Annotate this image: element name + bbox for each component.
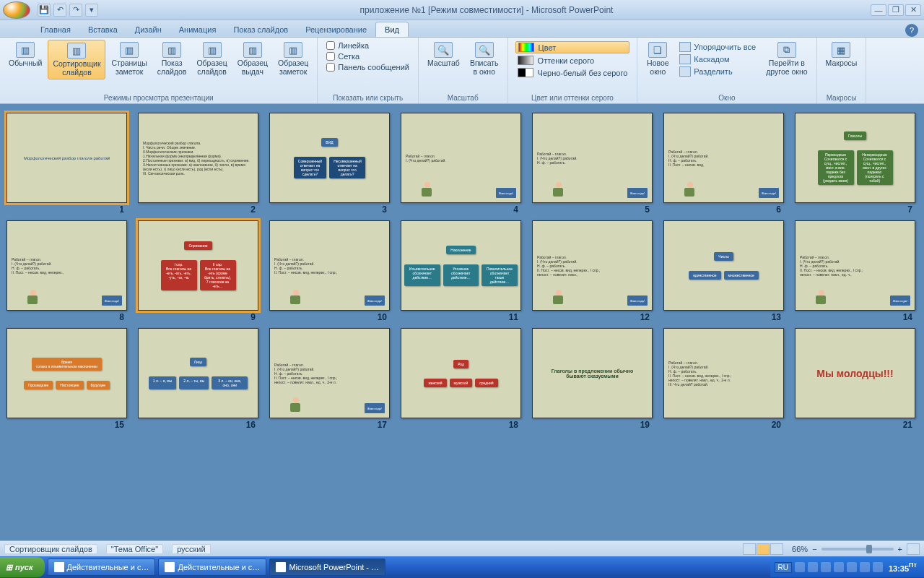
maximize-button[interactable]: ❐	[888, 4, 904, 16]
color-swatch-icon	[518, 43, 534, 52]
slide-thumbnail[interactable]: НаклонениеИзъявительное обозначает дейст…	[401, 220, 521, 311]
slide-thumbnail[interactable]: Работай – глагол. I. (Что делай?) работа…	[401, 113, 521, 203]
zoom-slider-thumb[interactable]	[866, 545, 872, 553]
slide-thumbnail[interactable]: Время только в изъявительном наклоненииП…	[6, 328, 127, 418]
tab-вставка[interactable]: Вставка	[79, 22, 126, 37]
tab-главная[interactable]: Главная	[32, 22, 79, 37]
color-mode-item[interactable]: Черно-белый без серого	[515, 67, 630, 78]
checkbox[interactable]	[326, 41, 335, 50]
minimize-button[interactable]: —	[871, 4, 886, 16]
checkbox[interactable]	[326, 52, 335, 61]
tab-показ слайдов[interactable]: Показ слайдов	[225, 22, 297, 37]
slide-thumbnail[interactable]: Мы молодцы!!!	[795, 328, 915, 418]
slide-body-text: Работай – глагол. I. (Что делай?) работа…	[667, 359, 780, 388]
color-mode-item[interactable]: Цвет	[515, 41, 630, 53]
clock[interactable]: 13:35Пт	[886, 561, 920, 574]
view-slideshow-button[interactable]	[770, 543, 783, 555]
slide-thumbnail[interactable]: ВИДСовершенный отвечает на вопрос что сд…	[269, 113, 390, 203]
view-label: Образец заметок	[278, 59, 308, 76]
tray-icon[interactable]	[847, 562, 857, 572]
slide-sorter[interactable]: Морфологический разбор глагола работай1М…	[0, 104, 924, 540]
view-mode-button[interactable]: ▥Образец заметок	[274, 40, 313, 78]
slide-button: Жми сюда!	[627, 188, 648, 198]
tab-вид[interactable]: Вид	[375, 22, 409, 37]
tray-icon[interactable]	[860, 562, 870, 572]
character-icon	[290, 290, 305, 307]
help-button[interactable]: ?	[905, 24, 918, 37]
color-swatch-icon	[518, 68, 533, 77]
view-icon: ▥	[162, 42, 181, 58]
switch-window-button[interactable]: ⧉ Перейти в другое окно	[762, 40, 811, 78]
fit-window-button[interactable]	[907, 543, 920, 555]
group-color-grayscale: ЦветОттенки серогоЧерно-белый без серого…	[508, 38, 638, 103]
taskbar-task[interactable]: Действительные и с…	[48, 558, 156, 576]
slide-body-text: Работай – глагол. I. (Что делай?) работа…	[536, 150, 649, 166]
tab-анимация[interactable]: Анимация	[170, 22, 225, 37]
slide-thumbnail[interactable]: Морфологический разбор глагола. I. Часть…	[138, 113, 258, 203]
slide-number: 21	[903, 420, 915, 430]
taskbar-task[interactable]: Microsoft PowerPoint - …	[269, 558, 385, 576]
view-mode-button[interactable]: ▥Показ слайдов	[153, 40, 191, 78]
view-mode-button[interactable]: ▥Страницы заметок	[107, 40, 151, 78]
view-shortcut-buttons	[743, 543, 783, 555]
slide-number: 8	[119, 312, 127, 322]
macros-button[interactable]: ▦ Макросы	[821, 40, 862, 70]
window-small-label: Упорядочить все	[694, 43, 756, 51]
slide-thumbnail[interactable]: Работай – глагол. I. (Что делай?) работа…	[269, 328, 390, 418]
tray-icon[interactable]	[821, 562, 831, 572]
diagram-child-box: 3 л. – он, она, оно, они	[212, 376, 248, 389]
tray-icon[interactable]	[834, 562, 844, 572]
slide-thumbnail[interactable]: Родженскиймужскойсредний	[401, 328, 521, 418]
color-mode-item[interactable]: Оттенки серого	[515, 55, 630, 66]
qat-save[interactable]: 💾	[38, 4, 51, 17]
slide-thumbnail[interactable]: Работай – глагол. I. (Что делай?) работа…	[6, 220, 127, 311]
slide-thumbnail[interactable]: Работай – глагол. I. (Что делай?) работа…	[532, 113, 653, 203]
tray-icon[interactable]	[873, 562, 883, 572]
zoom-button[interactable]: 🔍Вписать в окно	[466, 40, 503, 78]
tab-дизайн[interactable]: Дизайн	[126, 22, 170, 37]
language-indicator[interactable]: RU	[775, 562, 792, 573]
slide-thumbnail[interactable]: Работай – глагол. I. (Что делай?) работа…	[532, 220, 653, 311]
slide-thumbnail[interactable]: ГлаголыПереходные Сочетаются с сущ., чис…	[795, 113, 915, 203]
view-mode-button[interactable]: ▥Образец слайдов	[192, 40, 231, 78]
slide-thumbnail[interactable]: Числоединственноемножественное	[663, 220, 784, 311]
check-Сетка[interactable]: Сетка	[326, 52, 409, 61]
window-small-label: Каскадом	[694, 55, 729, 64]
start-button[interactable]: ⊞ пуск	[0, 557, 45, 577]
slide-thumbnail[interactable]: Морфологический разбор глагола работай	[6, 113, 127, 203]
window-small-button[interactable]: Упорядочить все	[678, 41, 757, 53]
slide-thumbnail[interactable]: СпряжениеI спр. Все глаголы на -еть, -ат…	[138, 220, 258, 311]
qat-undo[interactable]: ↶	[53, 4, 66, 17]
close-button[interactable]: ✕	[905, 4, 921, 16]
view-mode-button[interactable]: ▥Обычный	[4, 40, 46, 70]
view-normal-button[interactable]	[743, 543, 756, 555]
check-Панель сообщений[interactable]: Панель сообщений	[326, 63, 409, 72]
view-mode-button[interactable]: ▥Образец выдач	[233, 40, 272, 78]
slide-thumbnail[interactable]: Работай – глагол. I. (Что делай?) работа…	[663, 328, 784, 418]
checkbox[interactable]	[326, 63, 335, 72]
check-Линейка[interactable]: Линейка	[326, 41, 409, 50]
view-sorter-button[interactable]	[757, 543, 770, 555]
taskbar-task[interactable]: Действительные и с…	[158, 558, 266, 576]
zoom-in-button[interactable]: +	[898, 545, 902, 553]
slide-thumbnail[interactable]: Работай – глагол. I. (Что делай?) работа…	[269, 220, 390, 311]
view-mode-button[interactable]: ▥Сортировщик слайдов	[48, 40, 105, 79]
window-small-button[interactable]: Каскадом	[678, 53, 757, 65]
tray-icon[interactable]	[808, 562, 818, 572]
slide-thumbnail[interactable]: Работай – глагол. I. (Что делай?) работа…	[795, 220, 915, 311]
zoom-out-button[interactable]: −	[812, 545, 816, 553]
office-button[interactable]	[3, 1, 30, 19]
zoom-button[interactable]: 🔍Масштаб	[423, 40, 464, 70]
slide-cell: Лицо1 л. – я, мы2 л. – ты, вы3 л. – он, …	[136, 328, 258, 430]
window-small-button[interactable]: Разделить	[678, 66, 757, 77]
qat-customize[interactable]: ▾	[85, 4, 98, 17]
qat-redo[interactable]: ↷	[69, 4, 82, 17]
tab-рецензирование[interactable]: Рецензирование	[297, 22, 375, 37]
new-window-button[interactable]: ❏ Новое окно	[642, 40, 674, 78]
slide-thumbnail[interactable]: Глаголы в предложении обычно бывают сказ…	[532, 328, 653, 418]
color-mode-label: Цвет	[539, 43, 557, 52]
slide-thumbnail[interactable]: Работай – глагол. I. (Что делай?) работа…	[663, 113, 784, 203]
tray-icon[interactable]	[795, 562, 805, 572]
slide-thumbnail[interactable]: Лицо1 л. – я, мы2 л. – ты, вы3 л. – он, …	[138, 328, 258, 418]
zoom-slider[interactable]	[821, 548, 894, 551]
